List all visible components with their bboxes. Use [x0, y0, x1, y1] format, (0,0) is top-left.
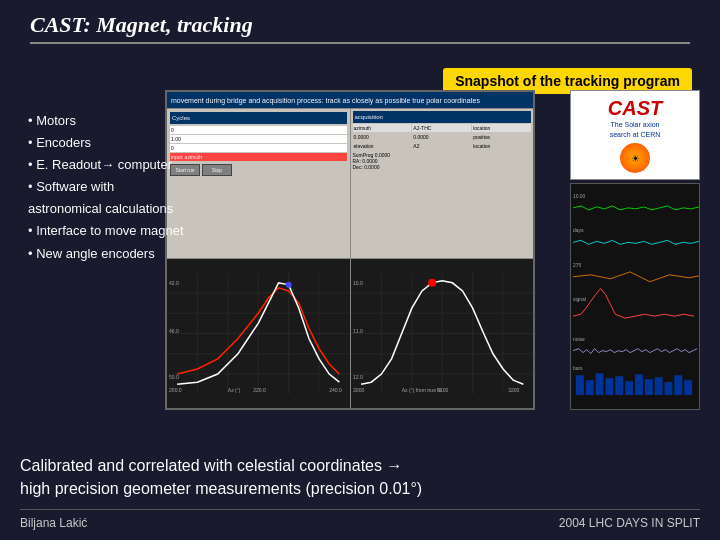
svg-text:42.0: 42.0: [169, 280, 179, 286]
bullet-5: astronomical calculations: [28, 198, 184, 220]
svg-rect-46: [615, 376, 623, 395]
calibration-text: Calibrated and correlated with celestial…: [20, 454, 700, 500]
bullet-1: • Motors: [28, 110, 184, 132]
svg-text:bars: bars: [573, 366, 583, 371]
bullet-4: • Software with: [28, 176, 184, 198]
main-screenshot: movement during bridge and acquisition p…: [165, 90, 535, 410]
bullet-6: • Interface to move magnet: [28, 220, 184, 242]
svg-point-10: [286, 282, 292, 288]
bullet-3: • E. Readout→ computer: [28, 154, 184, 176]
svg-text:220.0: 220.0: [253, 387, 266, 393]
svg-text:11.0: 11.0: [353, 329, 363, 335]
bullet-7: • New angle encoders: [28, 243, 184, 265]
svg-rect-43: [586, 380, 594, 395]
cast-title: CAST: [608, 97, 662, 120]
svg-rect-50: [655, 377, 663, 395]
svg-rect-42: [576, 375, 584, 395]
svg-rect-53: [684, 380, 692, 395]
bottom-text-area: Calibrated and correlated with celestial…: [20, 454, 700, 500]
svg-text:12.0: 12.0: [353, 374, 363, 380]
svg-text:50.0: 50.0: [169, 374, 179, 380]
svg-rect-44: [596, 373, 604, 395]
svg-rect-45: [605, 378, 613, 395]
title-bar: CAST: Magnet, tracking: [30, 12, 690, 44]
cast-logo-panel: CAST The Solar axionsearch at CERN ☀: [570, 90, 700, 180]
svg-text:275: 275: [573, 263, 581, 268]
svg-rect-47: [625, 381, 633, 395]
svg-text:Az (°): Az (°): [228, 387, 241, 393]
cast-subtitle: The Solar axionsearch at CERN: [610, 120, 661, 140]
svg-text:3200: 3200: [508, 387, 519, 393]
svg-text:200.0: 200.0: [169, 387, 182, 393]
svg-text:noise: noise: [573, 337, 585, 342]
svg-text:3000: 3000: [353, 387, 364, 393]
svg-text:10.0: 10.0: [353, 280, 363, 286]
cast-panel: CAST The Solar axionsearch at CERN ☀ 10.…: [570, 90, 700, 410]
svg-point-28: [428, 279, 436, 287]
svg-rect-49: [645, 379, 653, 395]
footer-event: 2004 LHC DAYS IN SPLIT: [559, 516, 700, 530]
slide-title: CAST: Magnet, tracking: [30, 12, 253, 37]
svg-text:240.0: 240.0: [329, 387, 342, 393]
svg-rect-51: [665, 382, 673, 395]
svg-text:10.00: 10.00: [573, 194, 586, 199]
bullet-2: • Encoders: [28, 132, 184, 154]
bullet-points: • Motors • Encoders • E. Readout→ comput…: [28, 110, 184, 265]
svg-rect-52: [674, 375, 682, 395]
svg-text:days: days: [573, 229, 584, 234]
svg-text:signal: signal: [573, 297, 586, 302]
svg-text:46.0: 46.0: [169, 329, 179, 335]
footer-author: Biljana Lakić: [20, 516, 87, 530]
footer: Biljana Lakić 2004 LHC DAYS IN SPLIT: [20, 509, 700, 530]
slide: CAST: Magnet, tracking Snapshot of the t…: [0, 0, 720, 540]
svg-rect-48: [635, 374, 643, 395]
svg-text:Az (°) from true N: Az (°) from true N: [401, 387, 441, 393]
